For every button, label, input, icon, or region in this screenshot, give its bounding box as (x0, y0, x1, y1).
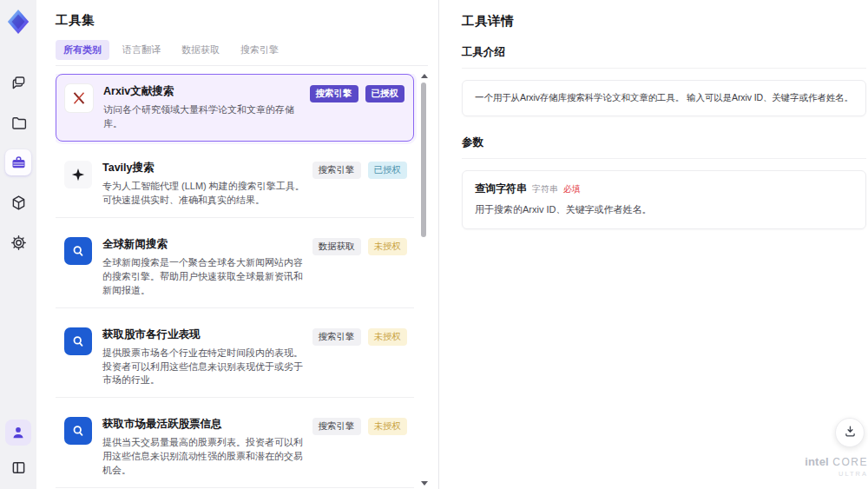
tool-list: Arxiv文献搜索 访问各个研究领域大量科学论文和文章的存储库。 搜索引擎 已授… (56, 74, 428, 489)
category-badge: 搜索引擎 (312, 328, 361, 346)
tool-card-most-active-stocks[interactable]: 获取市场最活跃股票信息 提供当天交易量最高的股票列表。投资者可以利用这些信息来识… (56, 407, 414, 488)
blue-search-icon (64, 237, 92, 265)
sidebar-item-chat[interactable] (5, 69, 31, 96)
scroll-down-arrow-icon[interactable] (421, 481, 428, 486)
tool-name: Tavily搜索 (102, 161, 307, 175)
sidebar-item-panel-toggle[interactable] (5, 454, 31, 480)
tools-list-panel: 工具集 所有类别 语言翻译 数据获取 搜索引擎 Arxiv文献搜索 访问各个研究… (36, 0, 438, 489)
auth-status-badge: 已授权 (368, 162, 408, 179)
params-section-header: 参数 (462, 135, 866, 159)
tool-name: Arxiv文献搜索 (103, 84, 305, 99)
page-title: 工具集 (56, 12, 428, 29)
param-type: 字符串 (532, 183, 558, 195)
core-brand-text: CORE (832, 456, 868, 468)
blue-search-icon (64, 327, 92, 355)
category-badge: 数据获取 (312, 238, 361, 255)
tool-description: 全球新闻搜索是一个聚合全球各大新闻网站内容的搜索引擎。帮助用户快速获取全球最新资… (102, 256, 307, 298)
app-sidebar (0, 0, 36, 489)
list-scrollbar[interactable] (420, 74, 428, 486)
arxiv-icon (65, 84, 93, 112)
intel-brand-text: intel (805, 455, 829, 468)
param-required-badge: 必填 (563, 183, 581, 195)
user-icon (10, 424, 27, 441)
tab-search-engine[interactable]: 搜索引擎 (233, 40, 286, 60)
scrollbar-thumb[interactable] (421, 83, 426, 237)
sidebar-item-files[interactable] (5, 109, 31, 135)
panel-layout-icon (10, 459, 28, 477)
auth-status-badge: 已授权 (365, 85, 405, 102)
cube-icon (10, 194, 28, 212)
toolbox-icon (10, 154, 28, 172)
tool-details-panel: 工具详情 工具介绍 一个用于从Arxiv存储库搜索科学论文和文章的工具。 输入可… (438, 0, 868, 489)
auth-status-badge: 未授权 (368, 328, 408, 346)
sidebar-item-toolbox[interactable] (5, 149, 31, 175)
category-badge: 搜索引擎 (312, 418, 361, 435)
tool-name: 获取市场最活跃股票信息 (102, 417, 307, 432)
tool-name: 获取股市各行业表现 (102, 327, 307, 342)
gear-icon (10, 234, 28, 252)
sidebar-item-account[interactable] (5, 420, 31, 446)
sidebar-item-packages[interactable] (5, 189, 31, 215)
param-name: 查询字符串 (475, 182, 527, 196)
param-description: 用于搜索的Arxiv ID、关键字或作者姓名。 (475, 203, 853, 216)
tab-language-translation[interactable]: 语言翻译 (115, 40, 168, 60)
app-logo (5, 9, 31, 35)
tool-name: 全球新闻搜索 (102, 237, 307, 252)
details-title: 工具详情 (462, 13, 866, 30)
category-badge: 搜索引擎 (310, 85, 358, 102)
auth-status-badge: 未授权 (368, 238, 408, 255)
tool-description: 提供当天交易量最高的股票列表。投资者可以利用这些信息来识别流动性强的股票和潜在的… (102, 436, 307, 478)
tool-card-global-news[interactable]: 全球新闻搜索 全球新闻搜索是一个聚合全球各大新闻网站内容的搜索引擎。帮助用户快速… (56, 228, 414, 308)
sidebar-item-settings[interactable] (5, 229, 31, 255)
folder-icon (10, 114, 28, 132)
tool-description: 提供股票市场各个行业在特定时间段内的表现。投资者可以利用这些信息来识别表现优于或… (102, 347, 307, 388)
intel-core-logo: intel CORE ULTRA (805, 453, 868, 478)
tool-card-tavily[interactable]: Tavily搜索 专为人工智能代理 (LLM) 构建的搜索引擎工具。可快速提供实… (56, 151, 414, 218)
scroll-up-arrow-icon[interactable] (421, 74, 428, 78)
intro-section-header: 工具介绍 (462, 45, 866, 69)
tool-description: 访问各个研究领域大量科学论文和文章的存储库。 (103, 103, 305, 131)
tool-card-arxiv[interactable]: Arxiv文献搜索 访问各个研究领域大量科学论文和文章的存储库。 搜索引擎 已授… (56, 74, 414, 142)
tavily-star-icon (64, 161, 92, 188)
tab-data-acquisition[interactable]: 数据获取 (174, 40, 227, 60)
download-icon (843, 424, 858, 442)
tool-card-sector-performance[interactable]: 获取股市各行业表现 提供股票市场各个行业在特定时间段内的表现。投资者可以利用这些… (56, 318, 414, 399)
tool-description: 专为人工智能代理 (LLM) 构建的搜索引擎工具。可快速提供实时、准确和真实的结… (102, 180, 307, 208)
auth-status-badge: 未授权 (368, 418, 408, 435)
tool-intro-text: 一个用于从Arxiv存储库搜索科学论文和文章的工具。 输入可以是Arxiv ID… (462, 80, 866, 116)
chat-icon (10, 74, 28, 92)
category-badge: 搜索引擎 (312, 162, 361, 179)
ultra-brand-text: ULTRA (805, 471, 868, 478)
tab-all-categories[interactable]: 所有类别 (56, 40, 109, 60)
category-tabs: 所有类别 语言翻译 数据获取 搜索引擎 (56, 40, 428, 66)
parameter-card: 查询字符串 字符串 必填 用于搜索的Arxiv ID、关键字或作者姓名。 (462, 170, 866, 229)
blue-search-icon (64, 417, 92, 445)
download-button[interactable] (835, 418, 865, 447)
